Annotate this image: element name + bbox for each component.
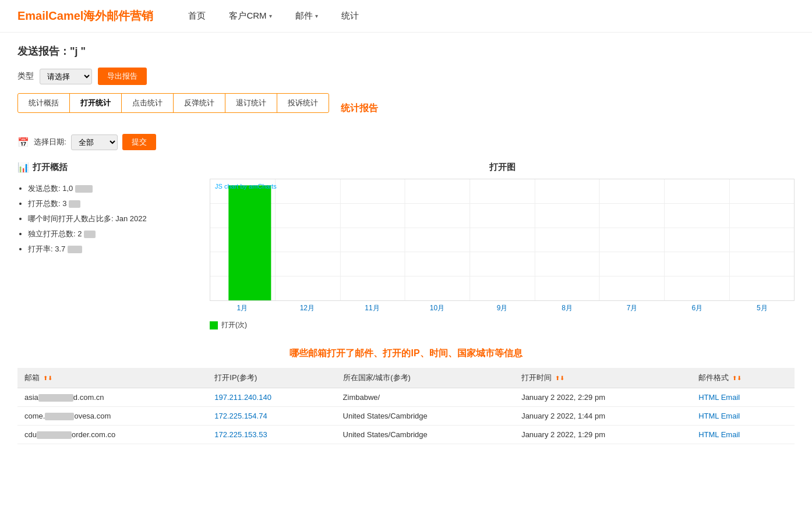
col-ip: 打开IP(参考) — [207, 368, 336, 388]
cell-format: HTML Email — [691, 407, 795, 426]
cell-format: HTML Email — [691, 388, 795, 407]
x-label-dec: 12月 — [275, 303, 340, 313]
x-label-nov: 11月 — [340, 303, 405, 313]
chart-container: JS chart by amCharts — [210, 179, 795, 301]
tab-click-stats[interactable]: 点击统计 — [122, 94, 174, 112]
blurred-email — [45, 413, 74, 420]
cell-ip: 172.225.153.53 — [207, 426, 336, 444]
cell-email: come. ovesa.com — [17, 407, 207, 426]
data-table: 邮箱 ⬆⬇ 打开IP(参考) 所在国家/城市(参考) 打开时间 ⬆⬇ 邮件格式 — [17, 368, 795, 444]
chart-legend: 打开(次) — [210, 320, 795, 330]
cell-location: Zimbabwe/ — [336, 388, 515, 407]
legend-label: 打开(次) — [221, 320, 247, 330]
legend-color-box — [210, 321, 218, 329]
stats-panel: 📊 打开概括 发送总数: 1,0 打开总数: 3 哪个时间打开人数占比多: Ja… — [17, 162, 192, 330]
blurred-email — [37, 431, 72, 439]
submit-button[interactable]: 提交 — [122, 134, 156, 150]
x-label-jun: 6月 — [665, 303, 730, 313]
page-title: 发送报告："j " — [17, 44, 795, 58]
cell-ip: 172.225.154.74 — [207, 407, 336, 426]
blurred-value — [68, 246, 82, 253]
tab-unsubscribe-stats[interactable]: 退订统计 — [225, 94, 277, 112]
nav: 首页 客户CRM ▾ 邮件 ▾ 统计 — [188, 10, 358, 22]
col-time: 打开时间 ⬆⬇ — [514, 368, 691, 388]
blurred-email — [38, 394, 73, 402]
blurred-value — [84, 231, 96, 238]
sort-icon[interactable]: ⬆⬇ — [732, 375, 742, 381]
cell-time: January 2 2022, 1:44 pm — [514, 407, 691, 426]
bar-chart-icon: 📊 — [17, 162, 29, 173]
list-item: 发送总数: 1,0 — [28, 181, 192, 196]
chart-title: 打开图 — [210, 162, 795, 173]
blurred-value — [75, 185, 93, 193]
x-label-sep: 9月 — [469, 303, 535, 313]
nav-item-crm[interactable]: 客户CRM ▾ — [229, 10, 271, 22]
nav-item-email[interactable]: 邮件 ▾ — [295, 10, 318, 22]
chevron-down-icon: ▾ — [269, 13, 272, 19]
cell-location: United States/Cambridge — [336, 426, 515, 444]
cell-format: HTML Email — [691, 426, 795, 444]
col-format: 邮件格式 ⬆⬇ — [691, 368, 795, 388]
x-label-aug: 8月 — [535, 303, 600, 313]
blurred-value — [69, 200, 80, 208]
list-item: 独立打开总数: 2 — [28, 226, 192, 242]
export-button[interactable]: 导出报告 — [98, 68, 147, 85]
main-layout: 📊 打开概括 发送总数: 1,0 打开总数: 3 哪个时间打开人数占比多: Ja… — [17, 162, 795, 330]
list-item: 哪个时间打开人数占比多: Jan 2022 — [28, 211, 192, 226]
header: EmailCamel海外邮件营销 首页 客户CRM ▾ 邮件 ▾ 统计 — [0, 0, 812, 33]
x-label-oct: 10月 — [405, 303, 470, 313]
x-label-may: 5月 — [730, 303, 795, 313]
chart-watermark: JS chart by amCharts — [215, 183, 277, 190]
tab-bounce-stats[interactable]: 反弹统计 — [174, 94, 225, 112]
date-label: 选择日期: — [34, 137, 66, 147]
sort-icon[interactable]: ⬆⬇ — [43, 375, 52, 381]
date-select[interactable]: 全部 — [71, 134, 118, 150]
tabs-row: 统计概括 打开统计 点击统计 反弹统计 退订统计 投诉统计 — [17, 93, 329, 113]
table-header-row: 邮箱 ⬆⬇ 打开IP(参考) 所在国家/城市(参考) 打开时间 ⬆⬇ 邮件格式 — [17, 368, 795, 388]
table-row: come. ovesa.com 172.225.154.74 United St… — [17, 407, 795, 426]
table-row: cdu order.com.co 172.225.153.53 United S… — [17, 426, 795, 444]
chart-panel: 打开图 JS chart by amCharts — [210, 162, 795, 330]
nav-item-stats[interactable]: 统计 — [341, 10, 359, 22]
page-content: 发送报告："j " 类型 请选择 导出报告 统计概括 打开统计 点击统计 反弹统… — [0, 33, 812, 456]
cell-time: January 2 2022, 2:29 pm — [514, 388, 691, 407]
section-label: 统计报告 — [341, 102, 378, 115]
cell-location: United States/Cambridge — [336, 407, 515, 426]
type-label: 类型 — [17, 71, 34, 81]
list-item: 打开总数: 3 — [28, 196, 192, 211]
table-section-title: 哪些邮箱打开了邮件、打开的IP、时间、国家城市等信息 — [17, 348, 795, 360]
tab-complaint-stats[interactable]: 投诉统计 — [277, 94, 329, 112]
stats-title: 📊 打开概括 — [17, 162, 192, 173]
table-section: 哪些邮箱打开了邮件、打开的IP、时间、国家城市等信息 邮箱 ⬆⬇ 打开IP(参考… — [17, 348, 795, 444]
cell-time: January 2 2022, 1:29 pm — [514, 426, 691, 444]
type-select[interactable]: 请选择 — [40, 69, 92, 84]
sort-icon[interactable]: ⬆⬇ — [555, 375, 564, 381]
chevron-down-icon: ▾ — [315, 13, 318, 19]
type-row: 类型 请选择 导出报告 — [17, 68, 795, 85]
x-label-jul: 7月 — [599, 303, 665, 313]
list-item: 打开率: 3.7 — [28, 242, 192, 257]
date-filter-row: 📅 选择日期: 全部 提交 — [17, 134, 795, 150]
calendar-icon: 📅 — [17, 137, 29, 148]
tab-overview[interactable]: 统计概括 — [18, 94, 70, 112]
cell-email: asia d.com.cn — [17, 388, 207, 407]
chart-x-axis: 1月 12月 11月 10月 9月 8月 7月 6月 5月 — [210, 301, 795, 316]
col-email: 邮箱 ⬆⬇ — [17, 368, 207, 388]
logo: EmailCamel海外邮件营销 — [17, 8, 153, 24]
table-row: asia d.com.cn 197.211.240.140 Zimbabwe/ … — [17, 388, 795, 407]
nav-item-home[interactable]: 首页 — [188, 10, 206, 22]
x-label-jan: 1月 — [210, 303, 275, 313]
tab-open-stats[interactable]: 打开统计 — [70, 94, 122, 112]
cell-ip: 197.211.240.140 — [207, 388, 336, 407]
svg-rect-12 — [228, 185, 271, 300]
stats-list: 发送总数: 1,0 打开总数: 3 哪个时间打开人数占比多: Jan 2022 … — [17, 181, 192, 257]
chart-svg — [210, 179, 794, 300]
cell-email: cdu order.com.co — [17, 426, 207, 444]
col-location: 所在国家/城市(参考) — [336, 368, 515, 388]
